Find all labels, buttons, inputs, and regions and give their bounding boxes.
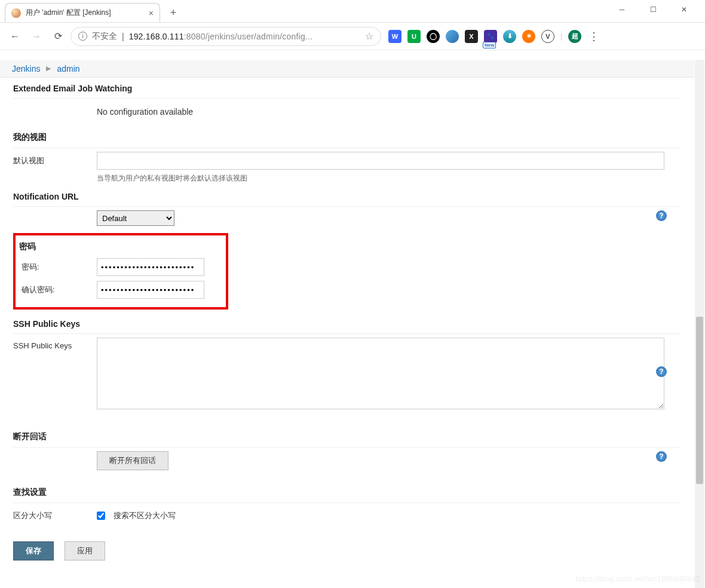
case-sensitivity-row: 区分大小写 搜索不区分大小写 [13,503,681,528]
breadcrumb: Jenkins ▶ admin [0,60,694,78]
chevron-right-icon: ▶ [46,65,51,72]
close-tab-icon[interactable]: × [149,8,154,18]
default-view-row: 默认视图 当导航为用户的私有视图时将会默认选择该视图 [13,148,681,187]
password-highlight-box: 密码 密码: 确认密码: [13,233,228,310]
confirm-password-input[interactable] [97,281,204,299]
extension-od-icon[interactable] [446,30,459,43]
help-icon[interactable]: ? [656,451,667,462]
extension-o-icon[interactable]: ◯ [427,30,440,43]
section-email-watch-title: Extended Email Job Watching [13,79,681,97]
forward-button[interactable]: → [27,27,45,45]
browser-chrome: 用户 'admin' 配置 [Jenkins] × + ─ ☐ ✕ ← → ⟳ … [0,0,705,60]
password-input[interactable] [97,258,204,276]
notification-url-select[interactable]: Default [97,210,174,226]
jenkins-favicon [11,8,21,18]
section-notification-url-title: Notification URL [13,187,681,205]
form-actions: 保存 应用 [13,541,681,561]
ssh-row: SSH Public Keys ? [13,334,681,415]
info-icon: i [78,32,87,41]
save-button[interactable]: 保存 [13,541,54,561]
insecure-label: 不安全 [92,31,117,42]
password-row: 密码: [19,256,222,278]
page-viewport: Jenkins ▶ admin Extended Email Job Watch… [0,60,705,588]
tab-title: 用户 'admin' 配置 [Jenkins] [26,8,111,18]
default-view-input[interactable] [97,152,664,170]
case-sensitivity-label: 区分大小写 [13,507,97,521]
browser-titlebar: 用户 'admin' 配置 [Jenkins] × + ─ ☐ ✕ [0,0,705,23]
reload-button[interactable]: ⟳ [49,27,67,45]
confirm-password-row: 确认密码: [19,278,222,301]
section-my-views-title: 我的视图 [13,127,681,146]
extension-u-icon[interactable]: U [407,30,421,43]
browser-tab-active[interactable]: 用户 'admin' 配置 [Jenkins] × [5,3,160,22]
address-bar: ← → ⟳ i 不安全 | 192.168.0.111:8080/jenkins… [0,23,705,50]
help-icon[interactable]: ? [656,366,667,377]
window-controls: ─ ☐ ✕ [612,2,700,22]
separator: | [122,32,124,41]
section-ssh-title: SSH Public Keys [13,314,681,332]
minimize-icon[interactable]: ─ [612,2,632,17]
new-tab-button[interactable]: + [165,4,182,21]
config-form: Extended Email Job Watching No configura… [0,78,694,572]
bookmark-star-icon[interactable]: ☆ [365,30,373,42]
password-label: 密码: [19,258,97,272]
email-watch-message: No configuration available [13,99,681,127]
vertical-scrollbar-track[interactable] [695,60,704,588]
section-password-title: 密码 [19,241,222,256]
vertical-scrollbar-thumb[interactable] [696,317,703,484]
extension-download-icon[interactable]: ⬇ [503,30,516,43]
watermark: https://blog.csdn.net/wc1695040842 [576,574,700,583]
ssh-public-keys-textarea[interactable] [97,338,664,409]
browser-menu-icon[interactable]: ⋮ [585,30,603,43]
case-insensitive-checkbox[interactable] [97,512,105,520]
tab-strip: 用户 'admin' 配置 [Jenkins] × + [5,0,612,22]
breadcrumb-root[interactable]: Jenkins [12,64,40,74]
maximize-icon[interactable]: ☐ [643,2,663,17]
terminate-row: 断开所有回话 ? [13,448,681,474]
case-insensitive-help: 搜索不区分大小写 [114,510,176,521]
extension-sun-icon[interactable]: ✶ [522,30,535,43]
default-view-help: 当导航为用户的私有视图时将会默认选择该视图 [97,173,681,183]
url-box[interactable]: i 不安全 | 192.168.0.111:8080/jenkins/user/… [70,27,381,46]
section-search-title: 查找设置 [13,482,681,501]
apply-button[interactable]: 应用 [65,541,105,561]
profile-avatar[interactable]: 超 [568,30,581,43]
confirm-password-label: 确认密码: [19,281,97,295]
extension-cat-icon[interactable]: 🐾 [484,30,497,43]
close-window-icon[interactable]: ✕ [674,2,694,17]
default-view-label: 默认视图 [13,152,97,166]
extension-x-icon[interactable]: X [465,30,478,43]
ssh-label: SSH Public Keys [13,338,97,350]
section-terminate-title: 断开回话 [13,427,681,446]
help-icon[interactable]: ? [656,210,667,221]
extension-v-icon[interactable]: V [541,30,554,43]
extension-icons: W U ◯ X 🐾 ⬇ ✶ V | 超 [388,30,581,43]
breadcrumb-user[interactable]: admin [57,64,79,74]
extension-w-icon[interactable]: W [388,30,401,43]
back-button[interactable]: ← [6,27,24,45]
page-content: Jenkins ▶ admin Extended Email Job Watch… [0,60,694,588]
terminate-all-sessions-button[interactable]: 断开所有回话 [97,451,168,470]
url-text: 192.168.0.111:8080/jenkins/user/admin/co… [129,32,313,41]
notification-url-row: Default ? [13,207,681,229]
